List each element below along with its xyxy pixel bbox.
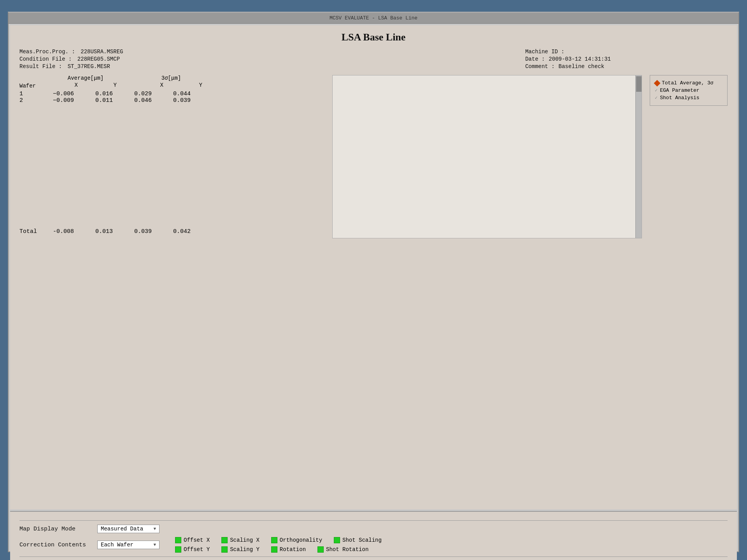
legend-shot-label: Shot Analysis (660, 95, 699, 101)
wafer-column-header: Wafer (19, 75, 43, 89)
checkbox-shot-scaling-label: Shot Scaling (342, 537, 382, 543)
table-row: 1 −0.006 0.016 0.029 0.044 (19, 91, 328, 97)
chart-area (332, 75, 642, 238)
table-headers: Wafer Average[μm] X Y 3σ[μm] X Y (19, 75, 328, 89)
checkbox-row-2: Offset Y Scaling Y Rotation Shot Rotatio… (175, 546, 382, 553)
separator-bottom (19, 556, 728, 557)
total-label: Total (19, 228, 43, 235)
correction-dropdown-arrow-icon: ▼ (153, 542, 156, 547)
correction-row: Correction Contents Each Wafer ▼ Offset … (19, 537, 728, 553)
map-display-label: Map Display Mode (19, 526, 97, 532)
avg-y-header: Y (86, 82, 124, 88)
legend-check-ega-icon: ✓ (655, 88, 658, 93)
green-checkbox-shot-scaling-icon (334, 537, 340, 543)
green-checkbox-scaling-x-icon (221, 537, 228, 543)
total-row: Total -0.008 0.013 0.039 0.042 (19, 228, 328, 235)
machine-id-label: Machine ID : (525, 49, 565, 55)
green-checkbox-shot-rotation-icon (317, 546, 324, 553)
condition-value: 228REG05.SMCP (77, 56, 120, 62)
correction-dropdown[interactable]: Each Wafer ▼ (97, 541, 160, 549)
checkbox-offset-y[interactable]: Offset Y (175, 546, 210, 553)
total-sigma-y: 0.042 (160, 228, 198, 235)
scrollbar-thumb[interactable] (636, 76, 642, 92)
checkbox-shot-scaling[interactable]: Shot Scaling (334, 537, 382, 543)
legend-item-shot: ✓ Shot Analysis (655, 95, 722, 101)
correction-label: Correction Contents (19, 542, 97, 548)
checkbox-offset-y-label: Offset Y (184, 546, 210, 553)
total-section: Total -0.008 0.013 0.039 0.042 (19, 104, 328, 235)
result-label: Result File : (19, 63, 62, 70)
map-display-value: Measured Data (101, 526, 143, 532)
result-row: Result File : ST_37REG.MESR (19, 63, 123, 70)
date-value: 2009-03-12 14:31:31 (549, 56, 611, 62)
green-checkbox-rotation-icon (271, 546, 277, 553)
main-window: MCSV EVALUATE - LSA Base Line LSA Base L… (8, 12, 739, 552)
result-value: ST_37REG.MESR (68, 63, 110, 70)
checkbox-shot-rotation[interactable]: Shot Rotation (317, 546, 368, 553)
wafer-2: 2 (19, 97, 43, 104)
legend-total-label: Total Average, 3σ (662, 80, 714, 86)
meta-info: Meas.Proc.Prog. : 228USRA.MSREG Conditio… (19, 49, 728, 70)
left-panel: Wafer Average[μm] X Y 3σ[μm] X Y (19, 75, 328, 238)
condition-row: Condition File : 228REG05.SMCP (19, 56, 123, 62)
date-label: Date : (525, 56, 545, 62)
average-header-label: Average[μm] (68, 75, 103, 81)
condition-label: Condition File : (19, 56, 72, 62)
title-bar: MCSV EVALUATE - LSA Base Line (9, 13, 738, 24)
sigma-x-header: X (132, 82, 171, 88)
meas-proc-row: Meas.Proc.Prog. : 228USRA.MSREG (19, 49, 123, 55)
checkbox-offset-x[interactable]: Offset X (175, 537, 210, 543)
map-display-dropdown[interactable]: Measured Data ▼ (97, 525, 160, 533)
date-row: Date : 2009-03-12 14:31:31 (525, 56, 611, 62)
row2-avg-y: 0.011 (82, 97, 121, 104)
average-group-header: Average[μm] X Y (43, 75, 128, 88)
row2-sigma-y: 0.039 (160, 97, 198, 104)
meta-right: Machine ID : Date : 2009-03-12 14:31:31 … (525, 49, 611, 70)
green-checkbox-offset-y-icon (175, 546, 181, 553)
total-avg-x: -0.008 (43, 228, 82, 235)
bottom-controls: Map Display Mode Measured Data ▼ Correct… (10, 511, 737, 560)
sigma-y-header: Y (171, 82, 210, 88)
main-layout: Wafer Average[μm] X Y 3σ[μm] X Y (19, 75, 728, 238)
average-subheaders: X Y (47, 82, 124, 88)
row1-sigma-x: 0.029 (121, 91, 160, 97)
legend-item-ega: ✓ EGA Parameter (655, 88, 722, 93)
checkbox-scaling-y-label: Scaling Y (230, 546, 260, 553)
chart-scrollbar[interactable] (635, 75, 642, 238)
checkbox-orthogonality[interactable]: Orthogonality (271, 537, 322, 543)
total-sigma-x: 0.039 (121, 228, 160, 235)
row1-avg-y: 0.016 (82, 91, 121, 97)
sigma-group-header: 3σ[μm] X Y (128, 75, 214, 88)
checkbox-scaling-x-label: Scaling X (230, 537, 260, 543)
green-checkbox-scaling-y-icon (221, 546, 228, 553)
row1-avg-x: −0.006 (43, 91, 82, 97)
comment-row: Comment : Baseline check (525, 63, 611, 70)
map-display-row: Map Display Mode Measured Data ▼ (19, 525, 728, 533)
window-title: MCSV EVALUATE - LSA Base Line (330, 15, 417, 21)
comment-label: Comment : (525, 63, 555, 70)
correction-value: Each Wafer (101, 542, 133, 548)
checkbox-shot-rotation-label: Shot Rotation (326, 546, 368, 553)
machine-id-row: Machine ID : (525, 49, 611, 55)
checkbox-offset-x-label: Offset X (184, 537, 210, 543)
wafer-1: 1 (19, 91, 43, 97)
row1-sigma-y: 0.044 (160, 91, 198, 97)
checkbox-row-1: Offset X Scaling X Orthogonality Shot Sc… (175, 537, 382, 543)
checkbox-scaling-y[interactable]: Scaling Y (221, 546, 260, 553)
checkbox-rotation[interactable]: Rotation (271, 546, 306, 553)
legend-item-total: Total Average, 3σ (655, 80, 722, 86)
checkbox-orthogonality-label: Orthogonality (280, 537, 322, 543)
legend-ega-label: EGA Parameter (660, 88, 699, 93)
main-content: LSA Base Line Meas.Proc.Prog. : 228USRA.… (10, 25, 737, 509)
legend-diamond-icon (654, 80, 661, 86)
dropdown-arrow-icon: ▼ (153, 527, 156, 531)
meas-proc-value: 228USRA.MSREG (81, 49, 123, 55)
page-title: LSA Base Line (19, 32, 728, 43)
sigma-subheaders: X Y (132, 82, 210, 88)
legend-panel: Total Average, 3σ ✓ EGA Parameter ✓ Shot… (650, 75, 728, 238)
separator-top (19, 520, 728, 521)
table-row: 2 −0.009 0.011 0.046 0.039 (19, 97, 328, 104)
checkboxes-group: Offset X Scaling X Orthogonality Shot Sc… (175, 537, 382, 553)
checkbox-scaling-x[interactable]: Scaling X (221, 537, 260, 543)
meta-left: Meas.Proc.Prog. : 228USRA.MSREG Conditio… (19, 49, 123, 70)
